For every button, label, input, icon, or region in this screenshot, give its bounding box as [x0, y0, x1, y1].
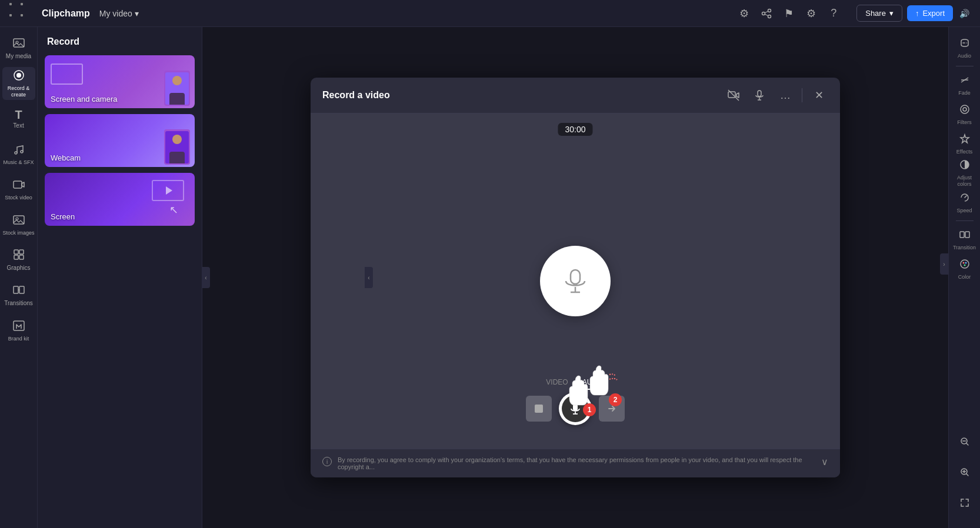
adjust-colors-icon [959, 159, 971, 173]
rs-fade[interactable]: Fade [951, 71, 978, 98]
next-button[interactable] [599, 396, 625, 422]
right-collapse-arrow[interactable]: › [940, 253, 948, 275]
svg-line-3 [765, 11, 768, 13]
video-name[interactable]: My video ▾ [99, 9, 139, 18]
music-sfx-icon [12, 143, 25, 158]
more-options-button[interactable]: … [776, 86, 795, 105]
stop-button[interactable] [526, 396, 552, 422]
transitions-icon [12, 283, 25, 298]
filters-icon [959, 103, 971, 118]
svg-point-13 [16, 218, 18, 220]
svg-rect-16 [14, 255, 18, 259]
rs-transition-label: Transition [953, 245, 976, 250]
record-mic-button[interactable] [559, 392, 592, 425]
collapse-panel-arrow[interactable]: ‹ [202, 267, 210, 288]
tab-video[interactable]: VIDEO [546, 378, 568, 390]
svg-rect-38 [965, 232, 969, 238]
mic-display-circle [540, 246, 611, 316]
card-label-screen: Screen [51, 212, 75, 221]
sidebar-item-label-text: Text [13, 122, 24, 129]
header-divider [802, 88, 802, 102]
rs-effects[interactable]: Effects [951, 130, 978, 157]
rs-speed-label: Speed [956, 208, 972, 213]
svg-rect-23 [758, 91, 761, 96]
graphics-icon [12, 248, 25, 263]
svg-point-10 [21, 151, 23, 153]
modal-footer: i By recording, you agree to comply with… [311, 449, 840, 477]
rs-transition[interactable]: Transition [951, 226, 978, 253]
svg-rect-18 [14, 286, 18, 293]
sidebar-item-stock-video[interactable]: Stock video [2, 173, 35, 206]
card-label-webcam: Webcam [51, 153, 81, 162]
record-card-screen-and-camera[interactable]: Screen and camera [45, 55, 195, 108]
sidebar-item-my-media[interactable]: My media [2, 32, 35, 65]
speed-icon [959, 192, 971, 206]
record-card-screen[interactable]: ↖ Screen [45, 173, 195, 226]
color-icon [959, 258, 971, 273]
record-card-webcam[interactable]: Webcam [45, 114, 195, 167]
footer-text: By recording, you agree to comply with y… [338, 456, 815, 470]
svg-rect-22 [728, 92, 735, 98]
rs-color-label: Color [958, 274, 971, 280]
brand-kit-icon [12, 319, 25, 334]
rs-speed[interactable]: Speed [951, 189, 978, 216]
sidebar-item-graphics[interactable]: Graphics [2, 243, 35, 276]
microphone-button[interactable] [750, 86, 769, 105]
svg-rect-37 [960, 232, 964, 238]
sidebar-item-text[interactable]: T Text [2, 102, 35, 135]
share-connect-icon[interactable] [760, 7, 773, 20]
rs-divider-2 [956, 220, 974, 221]
camera-off-button[interactable] [724, 86, 743, 105]
fade-icon [959, 74, 971, 89]
audio-icon[interactable]: 🔊 [958, 7, 971, 20]
svg-point-35 [963, 108, 966, 111]
help-icon[interactable]: ? [827, 7, 840, 20]
text-icon: T [15, 109, 22, 121]
share-button[interactable]: Share ▾ [856, 5, 902, 22]
rs-adjust-colors[interactable]: Adjustcolors [951, 159, 978, 186]
rs-adjust-label: Adjustcolors [957, 175, 972, 188]
tab-audio[interactable]: AUDIO [582, 378, 605, 390]
rs-color[interactable]: Color [951, 255, 978, 282]
sidebar-item-transitions[interactable]: Transitions [2, 279, 35, 312]
effects-icon [959, 133, 971, 148]
modal-tabs: VIDEO AUDIO [546, 378, 604, 390]
sidebar-item-label-record: Record &create [8, 85, 30, 98]
sidebar-item-label-stock-video: Stock video [5, 195, 32, 201]
svg-rect-17 [19, 255, 24, 259]
timer-display: 30:00 [558, 123, 592, 136]
sidebar-item-stock-images[interactable]: Stock images [2, 208, 35, 241]
rs-filters[interactable]: Filters [951, 101, 978, 128]
transition-icon [959, 229, 971, 243]
rs-fade-label: Fade [958, 90, 971, 96]
svg-rect-15 [19, 250, 24, 254]
rs-divider-1 [956, 66, 974, 66]
svg-point-0 [768, 9, 771, 12]
rs-audio[interactable]: Audio [951, 34, 978, 61]
zoom-in-button[interactable] [951, 459, 978, 486]
left-sidebar: My media Record &create T Text [0, 27, 38, 528]
sidebar-item-brand-kit[interactable]: Brand kit [2, 314, 35, 347]
svg-rect-29 [535, 405, 543, 413]
app-grid-icon[interactable] [9, 3, 30, 24]
svg-line-44 [966, 443, 968, 445]
modal-controls [526, 392, 625, 425]
sidebar-item-music-sfx[interactable]: Music & SFX [2, 138, 35, 171]
flag-icon[interactable]: ⚑ [782, 7, 795, 20]
close-modal-button[interactable]: ✕ [809, 86, 828, 105]
fit-screen-button[interactable] [951, 489, 978, 516]
export-button[interactable]: ↑ Export [907, 5, 953, 21]
my-media-icon [12, 36, 25, 51]
rs-effects-label: Effects [956, 149, 972, 155]
collapse-arrow-bottom[interactable]: ‹ [365, 267, 373, 288]
svg-point-40 [962, 262, 964, 263]
svg-point-41 [965, 262, 966, 263]
people-icon[interactable]: ⚙ [738, 7, 751, 20]
svg-point-39 [961, 260, 969, 268]
sidebar-item-label-graphics: Graphics [6, 265, 30, 272]
chevron-down-icon: ▾ [889, 9, 894, 18]
sidebar-item-record-create[interactable]: Record &create [2, 67, 35, 100]
settings-icon[interactable]: ⚙ [805, 7, 818, 20]
expand-footer-button[interactable]: ∨ [821, 456, 828, 467]
zoom-out-button[interactable] [951, 428, 978, 455]
